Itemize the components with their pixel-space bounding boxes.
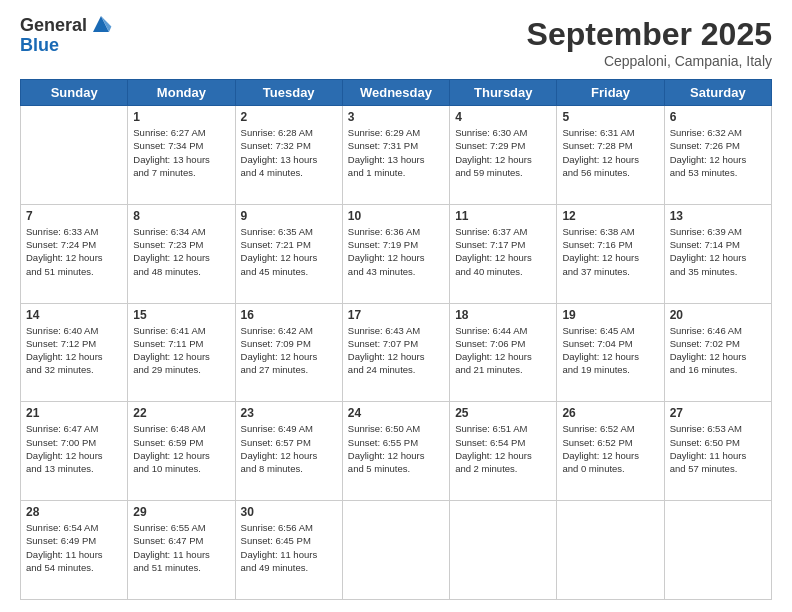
table-row <box>21 106 128 205</box>
day-number: 7 <box>26 209 122 223</box>
cell-content: Sunrise: 6:50 AM Sunset: 6:55 PM Dayligh… <box>348 422 444 475</box>
header: General Blue September 2025 Ceppaloni, C… <box>20 16 772 69</box>
cell-content: Sunrise: 6:45 AM Sunset: 7:04 PM Dayligh… <box>562 324 658 377</box>
table-row: 8Sunrise: 6:34 AM Sunset: 7:23 PM Daylig… <box>128 204 235 303</box>
day-number: 9 <box>241 209 337 223</box>
week-row-2: 14Sunrise: 6:40 AM Sunset: 7:12 PM Dayli… <box>21 303 772 402</box>
table-row: 14Sunrise: 6:40 AM Sunset: 7:12 PM Dayli… <box>21 303 128 402</box>
col-friday: Friday <box>557 80 664 106</box>
table-row: 18Sunrise: 6:44 AM Sunset: 7:06 PM Dayli… <box>450 303 557 402</box>
day-number: 13 <box>670 209 766 223</box>
cell-content: Sunrise: 6:54 AM Sunset: 6:49 PM Dayligh… <box>26 521 122 574</box>
col-tuesday: Tuesday <box>235 80 342 106</box>
table-row: 28Sunrise: 6:54 AM Sunset: 6:49 PM Dayli… <box>21 501 128 600</box>
table-row: 12Sunrise: 6:38 AM Sunset: 7:16 PM Dayli… <box>557 204 664 303</box>
cell-content: Sunrise: 6:37 AM Sunset: 7:17 PM Dayligh… <box>455 225 551 278</box>
page: General Blue September 2025 Ceppaloni, C… <box>0 0 792 612</box>
logo-general: General <box>20 16 87 36</box>
col-monday: Monday <box>128 80 235 106</box>
table-row <box>450 501 557 600</box>
cell-content: Sunrise: 6:51 AM Sunset: 6:54 PM Dayligh… <box>455 422 551 475</box>
day-number: 21 <box>26 406 122 420</box>
table-row <box>557 501 664 600</box>
cell-content: Sunrise: 6:47 AM Sunset: 7:00 PM Dayligh… <box>26 422 122 475</box>
table-row: 6Sunrise: 6:32 AM Sunset: 7:26 PM Daylig… <box>664 106 771 205</box>
cell-content: Sunrise: 6:27 AM Sunset: 7:34 PM Dayligh… <box>133 126 229 179</box>
table-row: 26Sunrise: 6:52 AM Sunset: 6:52 PM Dayli… <box>557 402 664 501</box>
subtitle: Ceppaloni, Campania, Italy <box>527 53 772 69</box>
col-saturday: Saturday <box>664 80 771 106</box>
day-number: 6 <box>670 110 766 124</box>
cell-content: Sunrise: 6:52 AM Sunset: 6:52 PM Dayligh… <box>562 422 658 475</box>
day-number: 2 <box>241 110 337 124</box>
week-row-0: 1Sunrise: 6:27 AM Sunset: 7:34 PM Daylig… <box>21 106 772 205</box>
day-number: 29 <box>133 505 229 519</box>
day-number: 28 <box>26 505 122 519</box>
cell-content: Sunrise: 6:32 AM Sunset: 7:26 PM Dayligh… <box>670 126 766 179</box>
cell-content: Sunrise: 6:46 AM Sunset: 7:02 PM Dayligh… <box>670 324 766 377</box>
cell-content: Sunrise: 6:34 AM Sunset: 7:23 PM Dayligh… <box>133 225 229 278</box>
cell-content: Sunrise: 6:49 AM Sunset: 6:57 PM Dayligh… <box>241 422 337 475</box>
day-number: 30 <box>241 505 337 519</box>
table-row: 23Sunrise: 6:49 AM Sunset: 6:57 PM Dayli… <box>235 402 342 501</box>
week-row-3: 21Sunrise: 6:47 AM Sunset: 7:00 PM Dayli… <box>21 402 772 501</box>
cell-content: Sunrise: 6:39 AM Sunset: 7:14 PM Dayligh… <box>670 225 766 278</box>
table-row: 13Sunrise: 6:39 AM Sunset: 7:14 PM Dayli… <box>664 204 771 303</box>
table-row: 17Sunrise: 6:43 AM Sunset: 7:07 PM Dayli… <box>342 303 449 402</box>
cell-content: Sunrise: 6:33 AM Sunset: 7:24 PM Dayligh… <box>26 225 122 278</box>
table-row <box>342 501 449 600</box>
table-row: 4Sunrise: 6:30 AM Sunset: 7:29 PM Daylig… <box>450 106 557 205</box>
cell-content: Sunrise: 6:30 AM Sunset: 7:29 PM Dayligh… <box>455 126 551 179</box>
day-number: 14 <box>26 308 122 322</box>
logo-blue: Blue <box>20 36 113 56</box>
table-row: 19Sunrise: 6:45 AM Sunset: 7:04 PM Dayli… <box>557 303 664 402</box>
day-number: 1 <box>133 110 229 124</box>
day-number: 4 <box>455 110 551 124</box>
table-row: 16Sunrise: 6:42 AM Sunset: 7:09 PM Dayli… <box>235 303 342 402</box>
day-number: 22 <box>133 406 229 420</box>
cell-content: Sunrise: 6:56 AM Sunset: 6:45 PM Dayligh… <box>241 521 337 574</box>
table-row: 24Sunrise: 6:50 AM Sunset: 6:55 PM Dayli… <box>342 402 449 501</box>
cell-content: Sunrise: 6:28 AM Sunset: 7:32 PM Dayligh… <box>241 126 337 179</box>
table-row: 9Sunrise: 6:35 AM Sunset: 7:21 PM Daylig… <box>235 204 342 303</box>
day-number: 5 <box>562 110 658 124</box>
title-area: September 2025 Ceppaloni, Campania, Ital… <box>527 16 772 69</box>
table-row: 5Sunrise: 6:31 AM Sunset: 7:28 PM Daylig… <box>557 106 664 205</box>
table-row: 20Sunrise: 6:46 AM Sunset: 7:02 PM Dayli… <box>664 303 771 402</box>
day-number: 17 <box>348 308 444 322</box>
day-number: 8 <box>133 209 229 223</box>
day-number: 25 <box>455 406 551 420</box>
calendar: Sunday Monday Tuesday Wednesday Thursday… <box>20 79 772 600</box>
cell-content: Sunrise: 6:48 AM Sunset: 6:59 PM Dayligh… <box>133 422 229 475</box>
logo: General Blue <box>20 16 113 56</box>
col-wednesday: Wednesday <box>342 80 449 106</box>
table-row: 7Sunrise: 6:33 AM Sunset: 7:24 PM Daylig… <box>21 204 128 303</box>
week-row-4: 28Sunrise: 6:54 AM Sunset: 6:49 PM Dayli… <box>21 501 772 600</box>
day-number: 12 <box>562 209 658 223</box>
logo-text: General Blue <box>20 16 113 56</box>
table-row: 11Sunrise: 6:37 AM Sunset: 7:17 PM Dayli… <box>450 204 557 303</box>
day-number: 20 <box>670 308 766 322</box>
table-row: 27Sunrise: 6:53 AM Sunset: 6:50 PM Dayli… <box>664 402 771 501</box>
table-row: 1Sunrise: 6:27 AM Sunset: 7:34 PM Daylig… <box>128 106 235 205</box>
cell-content: Sunrise: 6:41 AM Sunset: 7:11 PM Dayligh… <box>133 324 229 377</box>
day-number: 15 <box>133 308 229 322</box>
col-thursday: Thursday <box>450 80 557 106</box>
day-number: 23 <box>241 406 337 420</box>
day-number: 10 <box>348 209 444 223</box>
cell-content: Sunrise: 6:35 AM Sunset: 7:21 PM Dayligh… <box>241 225 337 278</box>
cell-content: Sunrise: 6:38 AM Sunset: 7:16 PM Dayligh… <box>562 225 658 278</box>
table-row: 22Sunrise: 6:48 AM Sunset: 6:59 PM Dayli… <box>128 402 235 501</box>
cell-content: Sunrise: 6:29 AM Sunset: 7:31 PM Dayligh… <box>348 126 444 179</box>
cell-content: Sunrise: 6:31 AM Sunset: 7:28 PM Dayligh… <box>562 126 658 179</box>
table-row <box>664 501 771 600</box>
cell-content: Sunrise: 6:55 AM Sunset: 6:47 PM Dayligh… <box>133 521 229 574</box>
table-row: 2Sunrise: 6:28 AM Sunset: 7:32 PM Daylig… <box>235 106 342 205</box>
day-number: 26 <box>562 406 658 420</box>
header-row: Sunday Monday Tuesday Wednesday Thursday… <box>21 80 772 106</box>
table-row: 15Sunrise: 6:41 AM Sunset: 7:11 PM Dayli… <box>128 303 235 402</box>
day-number: 19 <box>562 308 658 322</box>
table-row: 29Sunrise: 6:55 AM Sunset: 6:47 PM Dayli… <box>128 501 235 600</box>
col-sunday: Sunday <box>21 80 128 106</box>
day-number: 11 <box>455 209 551 223</box>
